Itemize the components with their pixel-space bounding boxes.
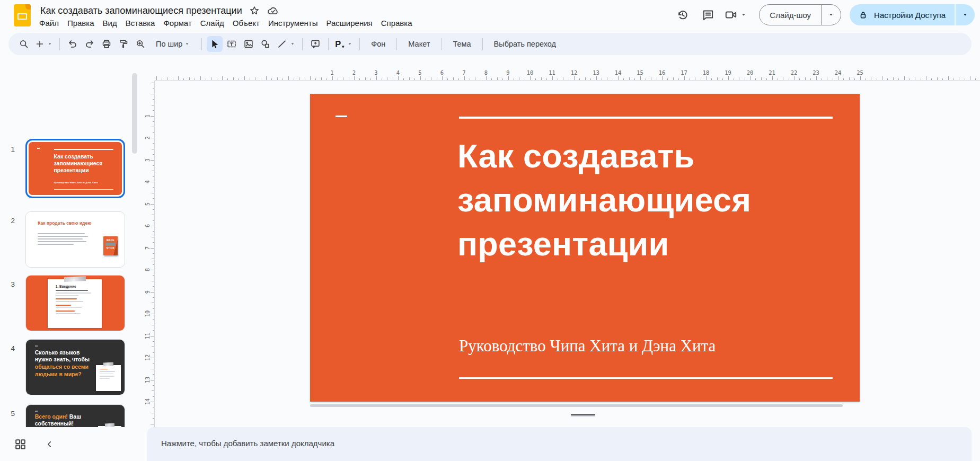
slide-title-textbox[interactable]: Как создавать запоминающиеся презентации [457,134,828,266]
print-icon[interactable] [99,36,114,52]
new-slide-button[interactable] [33,36,55,52]
menu-insert[interactable]: Вставка [121,17,160,29]
camera-dropdown-caret-icon[interactable] [740,11,747,19]
filmstrip-scrollbar[interactable] [132,73,137,154]
slideshow-button[interactable]: Слайд-шоу [759,4,841,25]
v-ruler-number: 14 [144,398,151,405]
menu-format[interactable]: Формат [159,17,196,29]
theme-button[interactable]: Тема [446,36,477,52]
menu-edit[interactable]: Правка [63,17,99,29]
layout-button[interactable]: Макет [402,36,436,52]
meet-camera-icon[interactable] [723,4,739,25]
slide-thumbnail-5[interactable]: Всего один! Ваш собственный! (и небольша… [25,404,125,427]
header: Как создавать запоминающиеся презентации… [0,0,980,31]
h-ruler-number: 25 [857,69,863,76]
h-ruler-number: 15 [637,69,643,76]
canvas-horizontal-scrollbar[interactable] [310,404,843,407]
zoom-fit-dropdown[interactable]: По шир [149,36,197,52]
select-tool-icon[interactable] [207,36,223,52]
zoom-in-icon[interactable] [133,36,148,52]
slide-thumbnail-2[interactable]: Как продать свою идею MADE STICK [25,211,125,268]
comment-history-icon[interactable] [698,4,719,25]
filmstrip-footer [0,427,143,461]
toolbar: По шир [8,33,972,55]
title-top-rule [459,117,833,119]
v-ruler-number: 5 [144,200,151,208]
h-ruler-number: 11 [549,69,555,76]
v-ruler-number: 1 [144,112,151,120]
share-button[interactable]: Настройки Доступа [850,4,975,25]
h-ruler-number: 3 [374,69,377,76]
h-ruler-number: 20 [747,69,754,76]
h-ruler-number: 16 [659,69,666,76]
menu-view[interactable]: Вид [99,17,121,29]
slide-canvas[interactable]: Как создавать запоминающиеся презентации… [310,94,860,402]
background-button[interactable]: Фон [365,36,392,52]
menu-help[interactable]: Справка [377,17,417,29]
speaker-notes-placeholder[interactable]: Нажмите, чтобы добавить заметки докладчи… [161,439,958,448]
h-ruler-number: 5 [418,69,421,76]
h-ruler-number: 14 [615,69,622,76]
thumb3-card-heading: 1. Введение [56,285,94,288]
undo-icon[interactable] [65,36,81,52]
slides-logo-icon[interactable] [14,4,31,26]
h-ruler-number: 23 [813,69,819,76]
v-ruler-number: 12 [144,354,151,361]
menu-slide[interactable]: Слайд [196,17,228,29]
cloud-saved-icon[interactable] [267,4,279,17]
lock-icon [858,10,869,21]
slide-thumbnail-1[interactable]: Как создавать запоминающиеся презентации… [25,139,125,198]
v-ruler-number: 10 [144,310,151,317]
insert-image-icon[interactable] [241,36,257,52]
h-ruler-number: 19 [725,69,731,76]
notes-resize-handle[interactable] [571,414,595,415]
speaker-notes-panel[interactable]: Нажмите, чтобы добавить заметки докладчи… [147,427,972,461]
slideshow-caret-icon[interactable] [822,5,841,25]
slide-thumbnail-3[interactable]: 1. Введение [25,275,125,331]
v-ruler-number: 8 [144,266,151,273]
tape-graphic [64,276,85,282]
insert-comment-icon[interactable] [307,36,323,52]
text-box-icon[interactable] [224,36,240,52]
logo-fold [25,4,31,10]
h-ruler-number: 12 [571,69,578,76]
paint-format-icon[interactable] [116,36,131,52]
menu-extensions[interactable]: Расширения [322,17,376,29]
thumb4-question-orange: общаться со всеми людьми в мире? [35,364,89,377]
vertical-ruler: 1234567891011121314 [143,81,155,427]
transition-button[interactable]: Выбрать переход [488,36,562,52]
h-ruler-number: 7 [462,69,465,76]
v-ruler-number: 11 [144,332,151,340]
h-ruler-number: 22 [791,69,798,76]
toolbar-separator [396,38,397,50]
grid-view-icon[interactable] [14,438,27,451]
v-ruler-number: 2 [144,134,151,141]
toolbar-separator [59,38,60,50]
slide-title-line: презентации [457,222,828,266]
menu-arrange[interactable]: Объект [228,17,264,29]
insert-shape-icon[interactable] [258,36,273,52]
thumb4-question-white: Сколько языков нужно знать, чтобы [35,349,90,363]
slide-number: 2 [2,217,15,225]
share-caret-icon[interactable] [956,4,975,25]
document-title[interactable]: Как создавать запоминающиеся презентации [40,5,242,16]
version-history-icon[interactable] [672,4,693,25]
share-label[interactable]: Настройки Доступа [874,11,946,20]
menu-tools[interactable]: Инструменты [264,17,322,29]
star-icon[interactable] [249,5,260,16]
slide-subtitle-textbox[interactable]: Руководство Чипа Хита и Дэна Хита [459,336,716,356]
menu-file[interactable]: Файл [35,17,63,29]
slide-thumbnail-4[interactable]: Сколько языков нужно знать, чтобы общать… [25,339,125,395]
h-ruler-number: 13 [593,69,599,76]
subtitle-bottom-rule [459,377,833,379]
redo-icon[interactable] [82,36,98,52]
search-menus-icon[interactable] [16,36,32,52]
thumb1-title: Как создавать запоминающиеся презентации [54,153,116,174]
slideshow-label[interactable]: Слайд-шоу [760,5,821,25]
toolbar-separator [359,38,360,50]
thumb2-heading: Как продать свою идею [38,220,111,226]
collapse-filmstrip-icon[interactable] [45,440,54,449]
insert-line-icon[interactable] [275,36,297,52]
slide-number: 3 [2,280,15,288]
pen-tool[interactable]: P▼ [333,36,355,52]
